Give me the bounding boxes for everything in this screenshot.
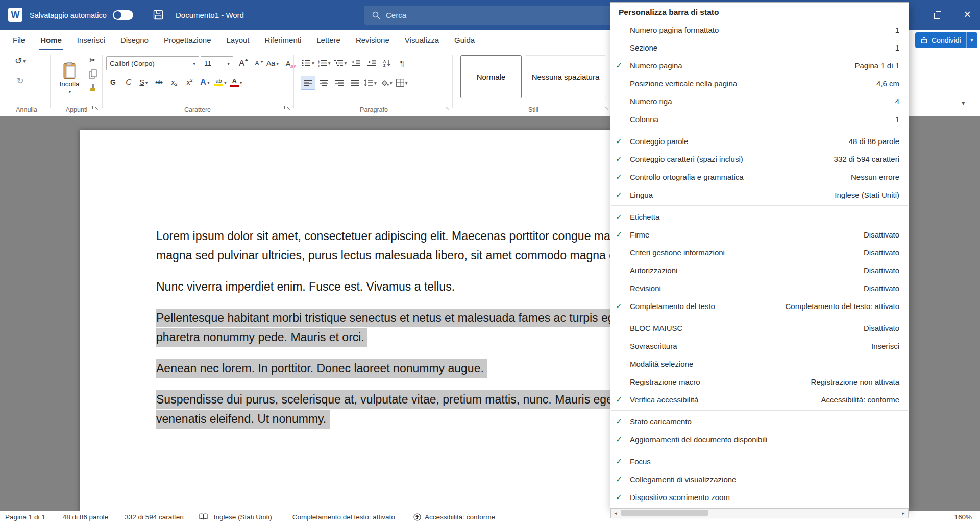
save-icon[interactable] (153, 10, 163, 20)
share-dropdown[interactable]: ▾ (966, 32, 977, 48)
cut-button[interactable]: ✂ (86, 55, 100, 65)
menu-item[interactable]: ✓Conteggio caratteri (spazi inclusi)332 … (610, 150, 909, 168)
pilcrow-button[interactable]: ¶ (395, 56, 409, 69)
tab-file[interactable]: File (5, 30, 33, 50)
redo-button[interactable]: ↻ (13, 74, 27, 87)
highlight-button[interactable]: ab ▾ (213, 76, 228, 89)
font-color-button[interactable]: A ▾ (229, 76, 243, 89)
change-case-button[interactable]: Aa▾ (265, 57, 280, 70)
align-left-button[interactable] (301, 76, 315, 90)
tab-inserisci[interactable]: Inserisci (69, 30, 113, 50)
text-effects-button[interactable]: A▾ (198, 76, 212, 89)
menu-item[interactable]: Criteri gestione informazioniDisattivato (610, 244, 909, 262)
menu-item[interactable]: ✓Aggiornamenti del documento disponibili (610, 431, 909, 448)
menu-item[interactable]: ✓Dispositivo scorrimento zoom (610, 488, 909, 506)
tab-progettazione[interactable]: Progettazione (156, 30, 219, 50)
scroll-left-arrow-icon[interactable]: ◄ (611, 511, 620, 516)
text-prediction-status[interactable]: Completamento del testo: attivato (292, 513, 395, 521)
share-button[interactable]: Condividi ▾ (915, 32, 977, 48)
clipboard-dialog-launcher[interactable] (92, 106, 97, 111)
styles-dialog-launcher[interactable] (603, 106, 608, 111)
style-card-normal[interactable]: Normale (460, 55, 522, 98)
tab-home[interactable]: Home (33, 30, 69, 50)
grow-font-button[interactable]: A (235, 57, 249, 70)
copy-button[interactable] (86, 69, 100, 79)
paste-button[interactable]: Incolla ▾ (55, 54, 84, 102)
menu-item[interactable]: ✓LinguaInglese (Stati Uniti) (610, 186, 909, 204)
autosave-toggle[interactable] (113, 10, 133, 20)
scroll-right-arrow-icon[interactable]: ► (899, 511, 908, 516)
decrease-indent-button[interactable] (349, 56, 363, 69)
restore-window-button[interactable] (934, 13, 940, 19)
menu-item[interactable]: ✓Conteggio parole48 di 86 parole (610, 132, 909, 150)
language-indicator[interactable]: Inglese (Stati Uniti) (214, 513, 272, 521)
menu-item[interactable]: Modalità selezione (610, 355, 909, 373)
zoom-level[interactable]: 160% (954, 511, 972, 522)
menu-item[interactable]: ✓Etichetta (610, 208, 909, 226)
font-size-select[interactable]: 11 ▾ (201, 56, 233, 70)
menu-item[interactable]: ✓Numero paginaPagina 1 di 1 (610, 57, 909, 75)
menu-item[interactable]: AutorizzazioniDisattivato (610, 262, 909, 279)
close-window-button[interactable]: × (964, 7, 971, 22)
bold-button[interactable]: G (106, 76, 120, 89)
font-dialog-launcher[interactable] (284, 106, 289, 111)
word-count[interactable]: 48 di 86 parole (63, 513, 108, 521)
accessibility-icon[interactable] (413, 513, 421, 521)
menu-item[interactable]: SovrascritturaInserisci (610, 337, 909, 355)
menu-item[interactable]: RevisioniDisattivato (610, 279, 909, 297)
underline-button[interactable]: S▾ (137, 76, 151, 89)
search-input[interactable]: Cerca (364, 6, 616, 25)
horizontal-scrollbar[interactable]: ◄ ► (610, 508, 909, 518)
menu-item[interactable]: ✓Collegamenti di visualizzazione (610, 470, 909, 488)
menu-item[interactable]: ✓Controllo ortografia e grammaticaNessun… (610, 168, 909, 186)
tab-layout[interactable]: Layout (219, 30, 257, 50)
superscript-button[interactable]: x2 (183, 76, 197, 89)
menu-item[interactable]: ✓Focus (610, 453, 909, 470)
menu-item[interactable]: ✓Stato caricamento (610, 413, 909, 431)
justify-button[interactable] (348, 76, 361, 89)
menu-item[interactable]: Numero riga4 (610, 92, 909, 110)
multilevel-list-button[interactable]: ▾ (333, 56, 348, 69)
strikethrough-button[interactable]: ab (152, 76, 166, 89)
menu-item[interactable]: ✓FirmeDisattivato (610, 226, 909, 244)
tab-riferimenti[interactable]: Riferimenti (257, 30, 309, 50)
align-center-button[interactable] (317, 76, 331, 89)
bullets-button[interactable]: ▾ (301, 56, 315, 69)
undo-button[interactable]: ↺▾ (13, 54, 27, 67)
tab-disegno[interactable]: Disegno (113, 30, 156, 50)
menu-item[interactable]: Numero pagina formattato1 (610, 21, 909, 39)
scrollbar-thumb[interactable] (621, 510, 708, 516)
sort-button[interactable]: AZ (380, 56, 394, 69)
shading-button[interactable]: ▾ (379, 76, 394, 89)
shrink-font-button[interactable]: A (250, 57, 264, 70)
menu-item[interactable]: ✓Verifica accessibilitàAccessibilità: co… (610, 391, 909, 409)
tab-visualizza[interactable]: Visualizza (397, 30, 447, 50)
line-spacing-button[interactable]: ▾ (363, 76, 378, 89)
menu-item[interactable]: BLOC MAIUSCDisattivato (610, 319, 909, 337)
menu-item[interactable]: Posizione verticale nella pagina4,6 cm (610, 75, 909, 92)
numbering-button[interactable]: 123 ▾ (317, 56, 332, 69)
subscript-button[interactable]: x2 (167, 76, 181, 89)
align-right-button[interactable] (332, 76, 346, 89)
tab-lettere[interactable]: Lettere (309, 30, 348, 50)
char-count[interactable]: 332 di 594 caratteri (125, 513, 184, 521)
menu-item[interactable]: Sezione1 (610, 39, 909, 57)
tab-revisione[interactable]: Revisione (348, 30, 397, 50)
font-name-select[interactable]: Calibri (Corpo) ▾ (106, 56, 199, 70)
style-card-no-spacing[interactable]: Nessuna spaziatura (525, 55, 606, 98)
collapse-ribbon-icon[interactable]: ▾ (962, 99, 965, 107)
proofing-icon[interactable] (199, 513, 208, 520)
scrollbar-track[interactable] (620, 509, 899, 518)
menu-item[interactable]: Registrazione macroRegistrazione non att… (610, 373, 909, 391)
format-painter-button[interactable] (86, 83, 100, 93)
menu-item[interactable]: Colonna1 (610, 110, 909, 128)
page-indicator[interactable]: Pagina 1 di 1 (5, 513, 45, 521)
clear-formatting-button[interactable]: A (281, 57, 295, 70)
tab-guida[interactable]: Guida (447, 30, 482, 50)
borders-button[interactable]: ▾ (395, 76, 409, 89)
accessibility-status[interactable]: Accessibilità: conforme (425, 513, 495, 521)
italic-button[interactable]: C (121, 76, 135, 89)
menu-item[interactable]: ✓Completamento del testoCompletamento de… (610, 297, 909, 315)
increase-indent-button[interactable] (364, 56, 378, 69)
paragraph-dialog-launcher[interactable] (444, 106, 449, 111)
